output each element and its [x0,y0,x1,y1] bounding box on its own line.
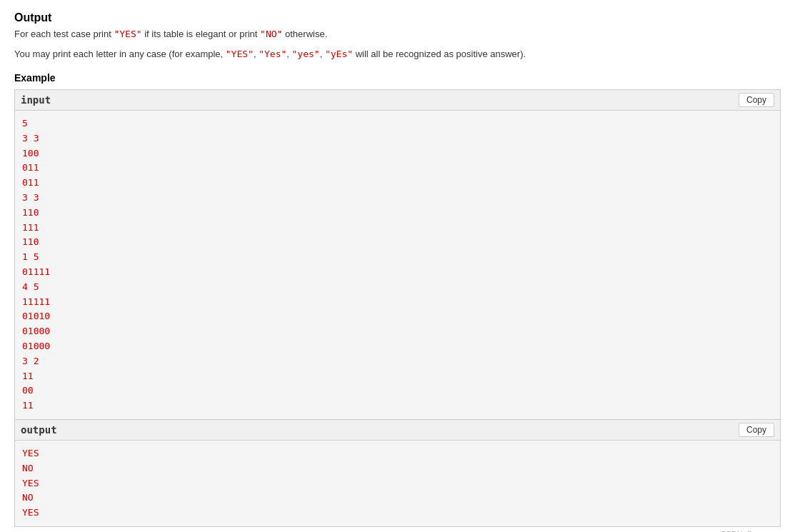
output-section: Output For each test case print "YES" if… [14,11,781,532]
description1: For each test case print "YES" if its ta… [14,27,781,41]
code-yes3: "Yes" [259,49,286,59]
output-line: YES [22,476,773,491]
input-block: input Copy 53 31000110113 31101111101 50… [14,89,781,420]
output-line: YES [22,446,773,461]
code-yes2: "YES" [226,49,254,59]
input-line: 110 [22,206,773,221]
input-header: input Copy [15,90,780,111]
output-label: output [21,424,57,436]
output-content: YESNOYESNOYES [15,441,780,526]
input-line: 01000 [22,339,773,354]
input-line: 3 3 [22,191,773,206]
output-header: output Copy [15,420,780,441]
input-line: 100 [22,146,773,161]
code-yes1: "YES" [114,29,141,39]
input-line: 011 [22,161,773,176]
input-line: 11 [22,369,773,384]
input-line: 01010 [22,309,773,324]
copy-output-button[interactable]: Copy [739,423,774,437]
input-line: 111 [22,221,773,236]
copy-input-button[interactable]: Copy [739,93,774,107]
input-line: 3 2 [22,354,773,369]
input-line: 11 [22,398,773,413]
input-content: 53 31000110113 31101111101 5011114 51111… [15,111,780,419]
input-label: input [21,94,51,106]
section-title: Output [14,11,781,24]
code-yes5: "yEs" [325,49,353,59]
code-yes4: "yes" [292,49,320,59]
output-line: NO [22,461,773,476]
input-line: 11111 [22,295,773,310]
output-block: output Copy YESNOYESNOYES [14,420,781,527]
input-line: 1 5 [22,250,773,265]
example-label: Example [14,72,781,84]
input-line: 01111 [22,265,773,280]
input-line: 01000 [22,324,773,339]
input-line: 00 [22,383,773,398]
input-line: 011 [22,176,773,191]
input-line: 110 [22,235,773,250]
description2: You may print each letter in any case (f… [14,47,781,61]
output-line: NO [22,491,773,506]
input-line: 3 3 [22,131,773,146]
input-line: 5 [22,116,773,131]
input-line: 4 5 [22,280,773,295]
code-no1: "NO" [260,29,282,39]
output-line: YES [22,506,773,521]
